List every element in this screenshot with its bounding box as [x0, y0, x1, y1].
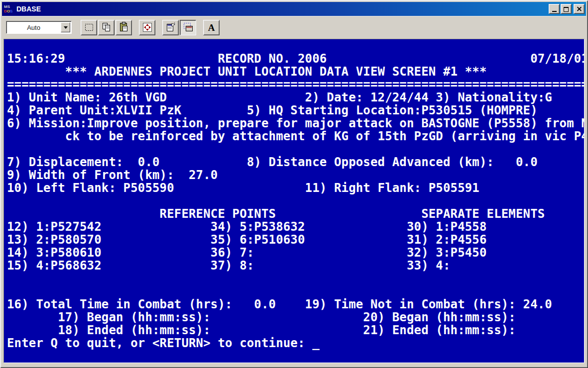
screen-line-mission-cont: ck to be reinforced by attachment of KG … [7, 130, 584, 143]
properties-icon: 1 [165, 22, 176, 33]
screen-line-parent-unit: 4) Parent Unit:XLVII PzK 5) HQ Starting … [7, 104, 584, 117]
minimize-button[interactable] [549, 4, 560, 14]
font-button[interactable]: A [203, 20, 220, 35]
fullscreen-icon [142, 22, 153, 33]
background-icon [183, 22, 194, 33]
font-size-value: Auto [6, 21, 61, 33]
mark-button[interactable] [81, 20, 97, 35]
screen-line [7, 272, 584, 285]
screen-line-points-row: 15) 4:P568632 37) 8: 33) 4: [7, 259, 584, 272]
screen-line-combat-time: 16) Total Time in Combat (hrs): 0.0 19) … [7, 298, 584, 311]
fullscreen-button[interactable] [139, 20, 155, 35]
paste-button[interactable] [116, 20, 132, 35]
screen-line-unit-name: 1) Unit Name: 26th VGD 2) Date: 12/24/44… [7, 91, 584, 104]
dos-screen-frame: 15:16:29 RECORD NO. 2006 07/18/01 *** AR… [3, 39, 585, 363]
screen-line [7, 143, 584, 156]
ms-dos-icon-dos: DOS [4, 9, 14, 13]
screen-line-title: *** ARDENNES PROJECT UNIT LOCATION DATA … [7, 65, 584, 78]
copy-icon [101, 22, 112, 33]
console-toolbar: Auto [2, 16, 586, 38]
close-button[interactable] [574, 4, 585, 14]
screen-line-points-row: 14) 3:P580610 36) 7: 32) 3:P5450 [7, 246, 584, 259]
copy-button[interactable] [98, 20, 115, 35]
svg-text:1: 1 [174, 22, 175, 25]
screen-line-header: 15:16:29 RECORD NO. 2006 07/18/01 [7, 52, 584, 65]
dos-screen[interactable]: 15:16:29 RECORD NO. 2006 07/18/01 *** AR… [4, 39, 584, 363]
maximize-button[interactable] [561, 4, 572, 14]
font-icon: A [208, 23, 215, 32]
minimize-icon [552, 11, 557, 12]
paste-icon [118, 22, 129, 33]
screen-line [7, 285, 584, 298]
screen-line-width-of-front: 9) Width of Front (km): 27.0 [7, 169, 584, 182]
screen-line-points-row: 12) 1:P527542 34) 5:P538632 30) 1:P4558 [7, 220, 584, 233]
screen-line-prompt: Enter Q to quit, or <RETURN> to continue… [7, 337, 584, 350]
screen-line-divider: ========================================… [7, 78, 584, 91]
screen-line-section-headers: REFERENCE POINTS SEPARATE ELEMENTS [7, 207, 584, 220]
screen-line [7, 350, 584, 363]
screen-line-points-row: 13) 2:P580570 35) 6:P510630 31) 2:P4556 [7, 233, 584, 246]
screen-line-ended: 18) Ended (hh:mm:ss): 21) Ended (hh:mm:s… [7, 324, 584, 337]
ms-dos-icon-ms: MS [4, 4, 14, 9]
properties-button[interactable]: 1 [162, 20, 179, 35]
screen-line-displacement: 7) Displacement: 0.0 8) Distance Opposed… [7, 156, 584, 169]
screen-line [7, 194, 584, 207]
screen-line-mission: 6) Mission:Improve position, prepare for… [7, 117, 584, 130]
screen-line [7, 39, 584, 52]
title-bar[interactable]: MS DOS DBASE [2, 2, 586, 16]
screen-line-began: 17) Began (hh:mm:ss): 20) Began (hh:mm:s… [7, 311, 584, 324]
ms-dos-icon: MS DOS [4, 4, 14, 14]
font-size-combobox[interactable]: Auto [6, 21, 72, 34]
maximize-icon [564, 7, 569, 12]
dbase-window: MS DOS DBASE Auto [0, 0, 588, 368]
screen-line-flanks: 10) Left Flank: P505590 11) Right Flank:… [7, 182, 584, 194]
window-title: DBASE [16, 5, 549, 13]
background-button[interactable] [180, 20, 196, 35]
window-controls [549, 4, 585, 14]
chevron-down-icon[interactable] [61, 22, 70, 32]
mark-icon [84, 22, 95, 33]
